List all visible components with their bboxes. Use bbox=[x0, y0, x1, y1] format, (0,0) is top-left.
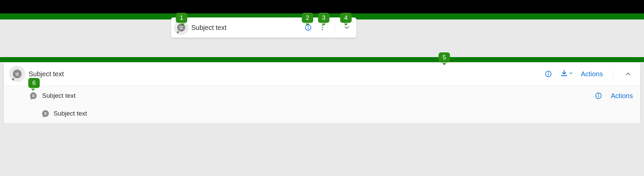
nested-row: Subject text bbox=[4, 106, 640, 123]
compact-subject: Subject text bbox=[191, 24, 299, 32]
spacer bbox=[0, 44, 644, 57]
message-equals-icon bbox=[11, 68, 23, 80]
download-icon bbox=[560, 70, 568, 78]
panel-header-row: Subject text Actions bbox=[4, 62, 640, 85]
nested-subject: Subject text bbox=[54, 110, 633, 117]
callout-marker-4: 4 bbox=[340, 13, 352, 23]
actions-link[interactable]: Actions bbox=[581, 70, 603, 78]
child-row: Subject text Actions bbox=[4, 85, 640, 106]
compact-card-area: Subject text bbox=[0, 19, 644, 44]
divider bbox=[334, 23, 335, 32]
message-equals-icon bbox=[42, 110, 49, 117]
chevron-up-icon[interactable] bbox=[623, 69, 633, 79]
callout-marker-2: 2 bbox=[302, 13, 313, 23]
green-strip: 5 bbox=[0, 57, 644, 62]
callout-marker-6: 6 bbox=[28, 78, 40, 88]
expanded-section: 5 Subject text Actions 6 bbox=[0, 57, 644, 124]
callout-marker-1: 1 bbox=[176, 13, 187, 23]
message-equals-icon bbox=[30, 92, 37, 99]
actions-link[interactable]: Actions bbox=[611, 92, 633, 100]
chevron-down-icon bbox=[569, 71, 573, 77]
header-subject: Subject text bbox=[29, 70, 538, 78]
info-icon[interactable] bbox=[544, 69, 553, 79]
divider bbox=[613, 69, 613, 79]
info-icon[interactable] bbox=[594, 91, 603, 100]
callout-marker-3: 3 bbox=[318, 13, 329, 23]
black-strip bbox=[0, 0, 644, 13]
green-strip: 1 2 3 4 bbox=[0, 13, 644, 19]
child-subject: Subject text bbox=[42, 92, 588, 99]
callout-marker-5: 5 bbox=[439, 52, 450, 62]
expanded-panel: Subject text Actions 6 Subject text bbox=[3, 62, 641, 124]
download-menu[interactable] bbox=[560, 70, 573, 78]
